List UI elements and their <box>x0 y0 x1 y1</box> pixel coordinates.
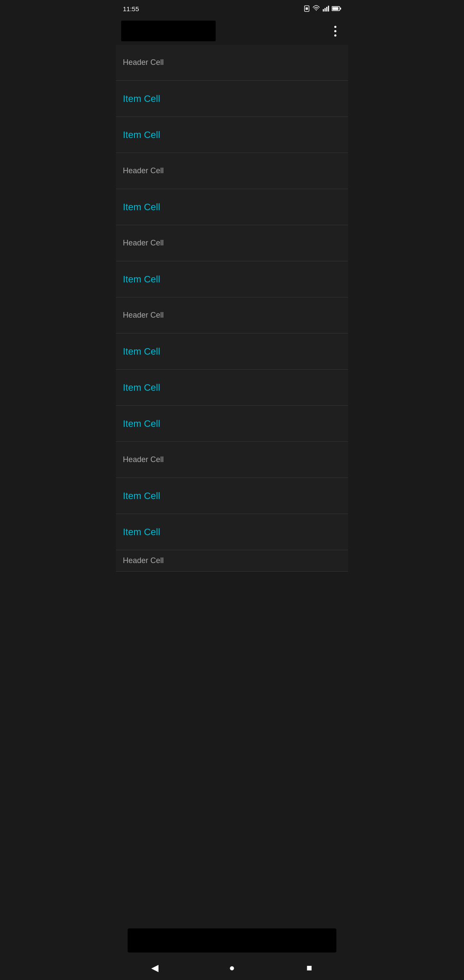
header-cell: Header Cell <box>116 225 348 261</box>
back-icon: ◀ <box>151 962 159 974</box>
item-cell-label: Item Cell <box>123 129 160 141</box>
item-cell-label: Item Cell <box>123 346 160 357</box>
menu-dot-2 <box>334 30 336 32</box>
home-icon: ● <box>229 962 235 974</box>
svg-rect-8 <box>333 7 339 10</box>
list-item[interactable]: Item Cell <box>116 334 348 370</box>
item-cell-label: Item Cell <box>123 274 160 285</box>
nav-bar: ◀ ● ■ <box>116 956 348 980</box>
header-cell: Header Cell <box>116 297 348 334</box>
home-button[interactable]: ● <box>223 959 241 977</box>
recents-button[interactable]: ■ <box>300 959 319 977</box>
list-item[interactable]: Item Cell <box>116 370 348 406</box>
list-item[interactable]: Item Cell <box>116 81 348 117</box>
svg-rect-1 <box>305 7 308 9</box>
list-item[interactable]: Item Cell <box>116 406 348 442</box>
header-cell-label: Header Cell <box>123 239 164 248</box>
menu-dot-3 <box>334 34 336 37</box>
header-cell-label: Header Cell <box>123 311 164 320</box>
header-cell: Header Cell <box>116 550 348 572</box>
list-container[interactable]: Header CellItem CellItem CellHeader Cell… <box>116 45 348 928</box>
back-button[interactable]: ◀ <box>145 959 164 977</box>
item-cell-label: Item Cell <box>123 527 160 538</box>
list-item[interactable]: Item Cell <box>116 514 348 550</box>
header-cell: Header Cell <box>116 153 348 189</box>
recents-icon: ■ <box>306 962 312 974</box>
list-item[interactable]: Item Cell <box>116 189 348 225</box>
header-cell: Header Cell <box>116 442 348 478</box>
item-cell-label: Item Cell <box>123 93 160 104</box>
header-cell-label: Header Cell <box>123 556 164 565</box>
header-cell-label: Header Cell <box>123 166 164 175</box>
header-cell: Header Cell <box>116 45 348 81</box>
svg-rect-6 <box>328 6 329 11</box>
item-cell-label: Item Cell <box>123 418 160 429</box>
bottom-bar <box>128 928 336 952</box>
svg-rect-5 <box>326 7 327 12</box>
toolbar <box>116 17 348 45</box>
menu-dot-1 <box>334 26 336 28</box>
list-item[interactable]: Item Cell <box>116 261 348 297</box>
svg-rect-3 <box>323 9 324 11</box>
svg-rect-9 <box>340 8 341 10</box>
battery-icon <box>332 6 341 12</box>
item-cell-label: Item Cell <box>123 382 160 393</box>
item-cell-label: Item Cell <box>123 490 160 502</box>
item-cell-label: Item Cell <box>123 202 160 213</box>
svg-point-2 <box>316 10 317 11</box>
svg-rect-4 <box>324 8 326 12</box>
app-logo <box>121 21 216 41</box>
status-time: 11:55 <box>123 5 139 12</box>
overflow-menu-button[interactable] <box>327 23 343 39</box>
list-item[interactable]: Item Cell <box>116 478 348 514</box>
header-cell-label: Header Cell <box>123 455 164 464</box>
status-bar: 11:55 <box>116 0 348 17</box>
signal-icon <box>322 5 329 12</box>
sim-icon <box>303 5 310 12</box>
header-cell-label: Header Cell <box>123 58 164 67</box>
status-icons <box>303 5 341 12</box>
wifi-icon <box>313 5 320 12</box>
list-item[interactable]: Item Cell <box>116 117 348 153</box>
